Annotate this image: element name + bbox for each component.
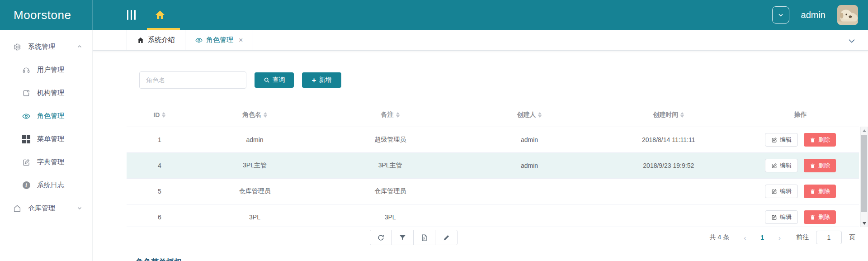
- pencil-button[interactable]: [435, 230, 457, 245]
- page-unit-label: 页: [849, 233, 855, 242]
- table-row[interactable]: 1 admin 超级管理员 admin 2018/8/14 11:11:11 编…: [127, 127, 859, 153]
- delete-button-label: 删除: [818, 136, 830, 144]
- close-icon[interactable]: ×: [239, 36, 243, 44]
- tab-label: 系统介绍: [148, 36, 175, 44]
- edit-button-label: 编辑: [780, 161, 792, 170]
- scroll-up-icon[interactable]: [861, 127, 868, 134]
- table-scrollbar[interactable]: [860, 127, 868, 227]
- chevron-up-icon: [77, 43, 82, 51]
- column-header-creator[interactable]: 创建人: [463, 111, 595, 119]
- cell-role: admin: [193, 136, 317, 143]
- tab-bar: 系统介绍 角色管理 ×: [93, 30, 868, 51]
- sort-icon: [162, 112, 165, 118]
- app-logo: Moorstone: [0, 0, 93, 30]
- edit-button-label: 编辑: [780, 136, 792, 144]
- cell-role: 3PL: [193, 214, 317, 221]
- edit-pencil-icon: [771, 163, 777, 169]
- sort-icon: [396, 112, 400, 118]
- sidebar-item-label: 字典管理: [37, 158, 64, 166]
- table-row[interactable]: 6 3PL 3PL 编辑 删除: [127, 204, 859, 227]
- next-page-icon[interactable]: ›: [774, 234, 785, 242]
- tab-role-mgmt[interactable]: 角色管理 ×: [185, 30, 253, 50]
- sidebar-item-label: 菜单管理: [37, 135, 64, 143]
- sidebar-item-label: 用户管理: [37, 66, 64, 74]
- excel-export-button[interactable]: [414, 230, 435, 245]
- table-toolbar: [370, 230, 458, 245]
- cell-remark: 超级管理员: [317, 136, 463, 144]
- chevron-down-icon[interactable]: [847, 36, 856, 47]
- goto-label: 前往: [796, 233, 809, 242]
- sidebar-item-menu-mgmt[interactable]: 菜单管理: [0, 128, 92, 151]
- delete-button[interactable]: 删除: [804, 133, 836, 147]
- current-page[interactable]: 1: [754, 234, 770, 241]
- grid-icon: [22, 135, 31, 144]
- pagination: 共 4 条 ‹ 1 › 前往 页: [710, 231, 855, 244]
- scrollbar-thumb[interactable]: [861, 135, 867, 212]
- role-name-input[interactable]: [139, 71, 246, 89]
- query-button[interactable]: 查询: [255, 72, 294, 88]
- sidebar: 系统管理 用户管理 机构管理 角色管理 菜单管理 字典管理 i: [0, 30, 93, 261]
- sidebar-item-org-mgmt[interactable]: 机构管理: [0, 81, 92, 104]
- home-active-underline: [147, 28, 180, 30]
- total-count: 共 4 条: [710, 233, 730, 242]
- refresh-icon: [377, 234, 385, 242]
- refresh-button[interactable]: [370, 230, 392, 245]
- avatar[interactable]: [837, 5, 858, 25]
- delete-button-label: 删除: [818, 187, 830, 195]
- sidebar-item-role-mgmt[interactable]: 角色管理: [0, 104, 92, 128]
- sidebar-item-warehouse-mgmt[interactable]: 仓库管理: [0, 197, 92, 220]
- sidebar-item-system-log[interactable]: i 系统日志: [0, 174, 92, 197]
- cell-id: 1: [127, 136, 193, 143]
- home-icon[interactable]: [155, 9, 165, 20]
- tab-system-intro[interactable]: 系统介绍: [127, 30, 185, 50]
- sort-icon: [264, 112, 267, 118]
- sidebar-item-system-mgmt[interactable]: 系统管理: [0, 35, 92, 58]
- sidebar-item-dict-mgmt[interactable]: 字典管理: [0, 151, 92, 174]
- org-icon: [22, 89, 31, 98]
- headset-icon: [22, 66, 31, 75]
- cell-role: 仓库管理员: [193, 187, 317, 195]
- add-button[interactable]: + 新增: [302, 72, 341, 88]
- filter-button[interactable]: [392, 230, 414, 245]
- column-header-role[interactable]: 角色名: [193, 111, 317, 119]
- sort-icon: [680, 112, 684, 118]
- sidebar-item-user-mgmt[interactable]: 用户管理: [0, 58, 92, 81]
- delete-button[interactable]: 删除: [804, 159, 836, 172]
- house-icon: [13, 204, 22, 213]
- sort-icon: [538, 112, 542, 118]
- cell-created: 2018/8/14 11:11:11: [595, 136, 742, 143]
- cell-role: 3PL主管: [193, 161, 317, 170]
- column-header-id[interactable]: ID: [127, 111, 193, 119]
- column-header-created-time[interactable]: 创建时间: [595, 111, 742, 119]
- goto-page-input[interactable]: [816, 231, 842, 244]
- tab-content: 查询 + 新增 ID 角色名 备注: [93, 51, 868, 261]
- edit-button[interactable]: 编辑: [765, 210, 798, 224]
- cell-remark: 3PL: [317, 214, 463, 221]
- collapse-menu-icon[interactable]: [127, 10, 136, 20]
- cell-actions: 编辑 删除: [742, 159, 859, 172]
- trash-icon: [810, 137, 816, 143]
- prev-page-icon[interactable]: ‹: [739, 234, 750, 242]
- trash-icon: [810, 189, 816, 195]
- sidebar-item-label: 角色管理: [37, 112, 64, 120]
- eye-icon: [195, 37, 203, 44]
- cell-remark: 仓库管理员: [317, 187, 463, 195]
- delete-button[interactable]: 删除: [804, 210, 836, 224]
- roles-table: ID 角色名 备注 创建人 创建时间: [127, 103, 868, 227]
- edit-button[interactable]: 编辑: [765, 133, 798, 147]
- table-body-rows: 1 admin 超级管理员 admin 2018/8/14 11:11:11 编…: [127, 127, 859, 227]
- cell-actions: 编辑 删除: [742, 133, 859, 147]
- cell-id: 6: [127, 214, 193, 221]
- cell-id: 5: [127, 188, 193, 195]
- username[interactable]: admin: [801, 10, 826, 20]
- column-header-remark[interactable]: 备注: [317, 111, 463, 119]
- delete-button[interactable]: 删除: [804, 185, 836, 198]
- scroll-down-icon[interactable]: [861, 220, 868, 227]
- edit-button[interactable]: 编辑: [765, 185, 798, 198]
- edit-button[interactable]: 编辑: [765, 159, 798, 172]
- info-icon: i: [22, 181, 31, 190]
- pencil-icon: [443, 234, 450, 242]
- table-row[interactable]: 4 3PL主管 3PL主管 admin 2018/9/23 19:9:52 编辑…: [127, 153, 859, 179]
- user-dropdown-button[interactable]: [772, 6, 789, 24]
- table-row[interactable]: 5 仓库管理员 仓库管理员 编辑 删除: [127, 179, 859, 204]
